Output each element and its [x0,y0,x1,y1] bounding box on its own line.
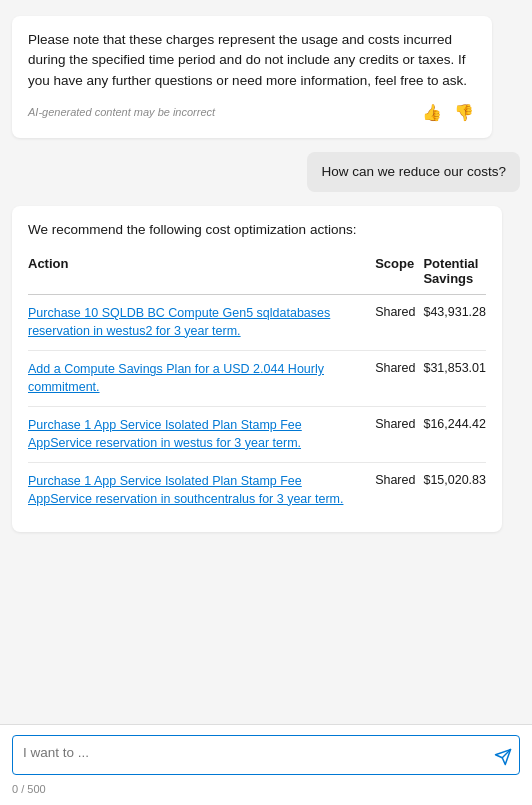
table-row: Add a Compute Savings Plan for a USD 2.0… [28,351,486,407]
assistant-text-1: Please note that these charges represent… [28,30,476,91]
input-area: 0 / 500 [0,724,532,805]
col-action: Action [28,252,375,295]
scope-cell-3: Shared [375,463,423,519]
action-link-0[interactable]: Purchase 10 SQLDB BC Compute Gen5 sqldat… [28,305,367,340]
action-cell-0: Purchase 10 SQLDB BC Compute Gen5 sqldat… [28,295,375,351]
send-icon [494,748,512,766]
user-bubble-1: How can we reduce our costs? [307,152,520,192]
scope-cell-0: Shared [375,295,423,351]
table-body: Purchase 10 SQLDB BC Compute Gen5 sqldat… [28,295,486,519]
action-link-1[interactable]: Add a Compute Savings Plan for a USD 2.0… [28,361,367,396]
table-header-row: Action Scope PotentialSavings [28,252,486,295]
scope-cell-1: Shared [375,351,423,407]
chat-input[interactable] [12,735,520,775]
thumbs-down-icon[interactable]: 👎 [452,101,476,124]
table-intro: We recommend the following cost optimiza… [28,220,486,240]
user-text-1: How can we reduce our costs? [321,162,506,182]
scroll-area[interactable]: Please note that these charges represent… [0,0,532,724]
feedback-icons: 👍 👎 [420,101,476,124]
thumbs-up-icon[interactable]: 👍 [420,101,444,124]
assistant-bubble-2: We recommend the following cost optimiza… [12,206,502,532]
chat-container: Please note that these charges represent… [0,0,532,805]
col-savings: PotentialSavings [423,252,486,295]
savings-cell-0: $43,931.28 [423,295,486,351]
action-cell-3: Purchase 1 App Service Isolated Plan Sta… [28,463,375,519]
send-button[interactable] [494,748,512,766]
action-link-2[interactable]: Purchase 1 App Service Isolated Plan Sta… [28,417,367,452]
savings-cell-2: $16,244.42 [423,407,486,463]
scope-cell-2: Shared [375,407,423,463]
feedback-row: AI-generated content may be incorrect 👍 … [28,101,476,124]
table-row: Purchase 10 SQLDB BC Compute Gen5 sqldat… [28,295,486,351]
table-row: Purchase 1 App Service Isolated Plan Sta… [28,407,486,463]
ai-disclaimer: AI-generated content may be incorrect [28,106,215,118]
savings-cell-1: $31,853.01 [423,351,486,407]
table-row: Purchase 1 App Service Isolated Plan Sta… [28,463,486,519]
action-cell-2: Purchase 1 App Service Isolated Plan Sta… [28,407,375,463]
char-count: 0 / 500 [12,783,520,795]
action-cell-1: Add a Compute Savings Plan for a USD 2.0… [28,351,375,407]
cost-table: Action Scope PotentialSavings Purchase 1… [28,252,486,518]
savings-cell-3: $15,020.83 [423,463,486,519]
input-wrapper [12,735,520,779]
assistant-bubble-1: Please note that these charges represent… [12,16,492,138]
action-link-3[interactable]: Purchase 1 App Service Isolated Plan Sta… [28,473,367,508]
col-scope: Scope [375,252,423,295]
